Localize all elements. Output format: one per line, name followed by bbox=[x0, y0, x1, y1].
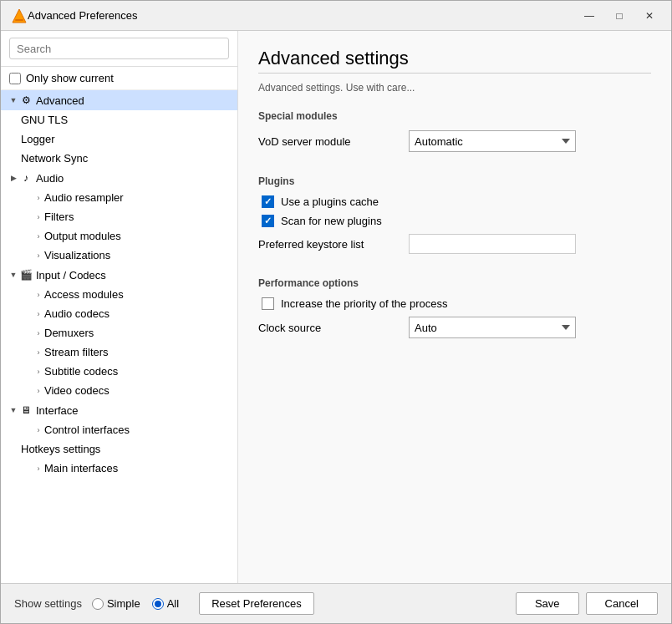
radio-simple-label: Simple bbox=[107, 597, 140, 610]
sidebar-item-logger[interactable]: Logger bbox=[1, 129, 237, 149]
special-modules-section: Special modules VoD server module Automa… bbox=[258, 110, 651, 160]
sidebar-item-input-codecs[interactable]: ▼ 🎬 Input / Codecs bbox=[1, 265, 237, 285]
titlebar: Advanced Preferences — □ ✕ bbox=[1, 1, 671, 31]
sidebar-item-label: Advanced bbox=[36, 94, 84, 107]
close-button[interactable]: ✕ bbox=[638, 7, 661, 25]
sidebar-item-gnu-tls[interactable]: GNU TLS bbox=[1, 110, 237, 129]
reset-preferences-button[interactable]: Reset Preferences bbox=[199, 592, 314, 615]
sidebar-item-label: Filters bbox=[44, 211, 74, 223]
sidebar: Only show current ▼ ⚙ Advanced GNU TLS L… bbox=[1, 31, 238, 583]
window-title: Advanced Preferences bbox=[28, 9, 578, 22]
sidebar-item-audio-codecs[interactable]: › Audio codecs bbox=[1, 304, 237, 323]
sidebar-item-label: GNU TLS bbox=[21, 114, 68, 126]
chevron-right-icon: › bbox=[33, 192, 44, 204]
maximize-button[interactable]: □ bbox=[608, 7, 631, 25]
show-current-checkbox[interactable] bbox=[9, 73, 21, 84]
chevron-right-icon: › bbox=[33, 289, 44, 301]
search-input[interactable] bbox=[9, 38, 229, 59]
sidebar-item-interface[interactable]: ▼ 🖥 Interface bbox=[1, 400, 237, 420]
sidebar-item-label: Video codecs bbox=[44, 384, 109, 397]
chevron-right-icon: › bbox=[33, 347, 44, 358]
sidebar-item-label: Subtitle codecs bbox=[44, 365, 118, 378]
increase-priority-checkbox[interactable] bbox=[262, 297, 274, 310]
sidebar-item-access-modules[interactable]: › Access modules bbox=[1, 285, 237, 304]
sidebar-item-filters[interactable]: › Filters bbox=[1, 207, 237, 226]
radio-group: Simple All Reset Preferences bbox=[92, 592, 516, 615]
sidebar-item-audio[interactable]: ▶ ♪ Audio bbox=[1, 168, 237, 188]
sidebar-item-audio-resampler[interactable]: › Audio resampler bbox=[1, 188, 237, 207]
sidebar-item-main-interfaces[interactable]: › Main interfaces bbox=[1, 459, 237, 478]
sidebar-item-label: Visualizations bbox=[44, 249, 110, 261]
sidebar-item-label: Demuxers bbox=[44, 327, 94, 339]
sidebar-item-label: Output modules bbox=[44, 230, 121, 242]
chevron-down-icon: ▼ bbox=[8, 269, 19, 281]
sidebar-item-label: Audio bbox=[36, 172, 64, 185]
sidebar-item-hotkeys[interactable]: Hotkeys settings bbox=[1, 439, 237, 459]
sidebar-item-label: Stream filters bbox=[44, 346, 109, 358]
sidebar-item-label: Network Sync bbox=[21, 152, 88, 165]
search-box bbox=[1, 31, 237, 67]
plugins-section: Plugins Use a plugins cache Scan for new… bbox=[258, 175, 651, 262]
radio-all[interactable]: All bbox=[152, 597, 179, 610]
chevron-right-icon: › bbox=[33, 366, 44, 378]
special-modules-label: Special modules bbox=[258, 110, 651, 122]
main-content: Only show current ▼ ⚙ Advanced GNU TLS L… bbox=[1, 31, 671, 583]
window-controls: — □ ✕ bbox=[578, 7, 661, 25]
vod-server-control: Automatic None bbox=[409, 130, 651, 152]
minimize-button[interactable]: — bbox=[578, 7, 601, 25]
chevron-right-icon: › bbox=[33, 327, 44, 339]
vod-server-dropdown[interactable]: Automatic None bbox=[409, 130, 576, 152]
panel-subtitle: Advanced settings. Use with care... bbox=[258, 82, 651, 94]
tree-container: ▼ ⚙ Advanced GNU TLS Logger Network Sync… bbox=[1, 90, 237, 583]
sidebar-item-subtitle-codecs[interactable]: › Subtitle codecs bbox=[1, 362, 237, 381]
sidebar-item-control-interfaces[interactable]: › Control interfaces bbox=[1, 420, 237, 439]
chevron-right-icon: › bbox=[33, 463, 44, 474]
use-cache-label: Use a plugins cache bbox=[281, 195, 379, 208]
chevron-down-icon: ▼ bbox=[8, 404, 19, 416]
chevron-right-icon: › bbox=[33, 385, 44, 397]
panel-title: Advanced settings bbox=[258, 48, 651, 69]
clock-source-dropdown[interactable]: Auto System bbox=[409, 317, 576, 338]
keystore-row: Preferred keystore list bbox=[258, 234, 651, 254]
sidebar-item-visualizations[interactable]: › Visualizations bbox=[1, 246, 237, 265]
chevron-right-icon: › bbox=[33, 424, 44, 436]
sidebar-item-stream-filters[interactable]: › Stream filters bbox=[1, 342, 237, 362]
scan-new-checkbox[interactable] bbox=[262, 215, 274, 227]
sidebar-item-video-codecs[interactable]: › Video codecs bbox=[1, 381, 237, 400]
plugins-label: Plugins bbox=[258, 175, 651, 187]
sidebar-item-demuxers[interactable]: › Demuxers bbox=[1, 323, 237, 342]
sidebar-item-advanced[interactable]: ▼ ⚙ Advanced bbox=[1, 90, 237, 110]
radio-all-indicator bbox=[152, 598, 164, 610]
chevron-right-icon: › bbox=[33, 308, 44, 320]
use-cache-row: Use a plugins cache bbox=[258, 195, 651, 208]
keystore-control bbox=[409, 234, 651, 254]
radio-all-dot bbox=[155, 601, 161, 607]
sidebar-item-output-modules[interactable]: › Output modules bbox=[1, 226, 237, 246]
show-current-label: Only show current bbox=[26, 72, 114, 84]
right-panel: Advanced settings Advanced settings. Use… bbox=[238, 31, 671, 583]
sidebar-item-label: Input / Codecs bbox=[36, 269, 106, 282]
keystore-input[interactable] bbox=[409, 234, 576, 254]
cancel-button[interactable]: Cancel bbox=[586, 592, 658, 615]
scan-new-row: Scan for new plugins bbox=[258, 215, 651, 227]
sidebar-item-label: Control interfaces bbox=[44, 424, 130, 436]
radio-simple[interactable]: Simple bbox=[92, 597, 140, 610]
sidebar-item-label: Audio codecs bbox=[44, 307, 109, 320]
sidebar-item-label: Hotkeys settings bbox=[21, 443, 100, 455]
panel-divider bbox=[258, 73, 651, 74]
show-current-row: Only show current bbox=[1, 67, 237, 90]
save-button[interactable]: Save bbox=[516, 592, 579, 615]
film-icon: 🎬 bbox=[19, 268, 33, 282]
chevron-right-icon: › bbox=[33, 250, 44, 261]
sidebar-item-label: Access modules bbox=[44, 288, 124, 301]
sidebar-item-label: Logger bbox=[21, 133, 54, 145]
scan-new-label: Scan for new plugins bbox=[281, 215, 382, 227]
use-cache-checkbox[interactable] bbox=[262, 195, 274, 208]
bottom-right-buttons: Save Cancel bbox=[516, 592, 658, 615]
vod-server-label: VoD server module bbox=[258, 135, 409, 148]
chevron-right-icon: › bbox=[33, 211, 44, 223]
radio-all-label: All bbox=[167, 597, 179, 610]
performance-section: Performance options Increase the priorit… bbox=[258, 277, 651, 347]
sidebar-item-network-sync[interactable]: Network Sync bbox=[1, 149, 237, 168]
sidebar-item-label: Main interfaces bbox=[44, 462, 118, 474]
